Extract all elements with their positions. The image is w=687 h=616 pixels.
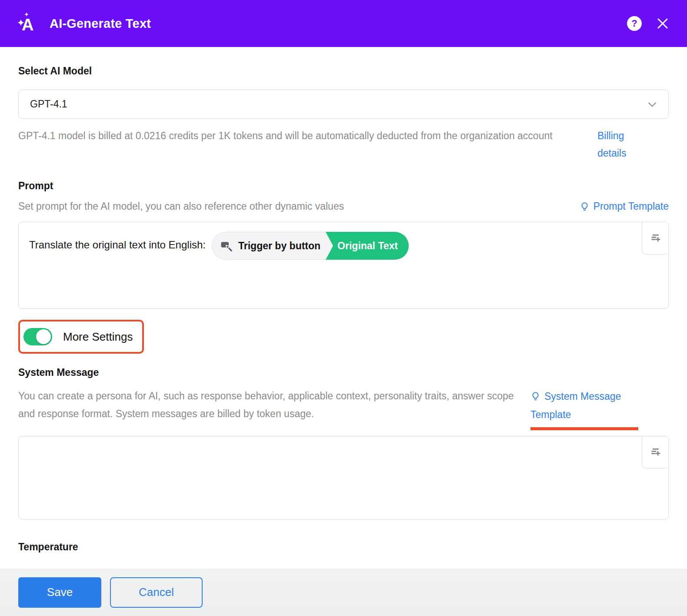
- prompt-editor[interactable]: Translate the original text into English…: [18, 222, 669, 309]
- dialog-footer: Save Cancel: [0, 569, 687, 616]
- tag-arrow-divider: [326, 232, 333, 260]
- cancel-button[interactable]: Cancel: [110, 577, 203, 608]
- insert-variable-button[interactable]: [642, 436, 668, 469]
- ai-model-selected-value: GPT-4.1: [30, 98, 67, 110]
- more-settings-toggle[interactable]: [23, 328, 52, 345]
- save-button[interactable]: Save: [18, 577, 101, 608]
- dialog-body: Select AI Model GPT-4.1 GPT-4.1 model is…: [0, 65, 687, 553]
- system-message-label: System Message: [18, 367, 669, 378]
- lightbulb-icon: [530, 391, 540, 401]
- dialog-header: A AI-Generate Text ?: [0, 0, 687, 47]
- ai-model-select[interactable]: GPT-4.1: [18, 90, 669, 119]
- original-text-tag: Original Text: [326, 232, 409, 260]
- system-message-content[interactable]: [19, 436, 668, 519]
- button-click-cursor-icon: [220, 239, 233, 252]
- billing-note: GPT-4.1 model is billed at 0.0216 credit…: [18, 127, 553, 162]
- more-settings-annotation-box: More Settings: [18, 320, 144, 354]
- prompt-editor-content[interactable]: Translate the original text into English…: [19, 222, 668, 308]
- prompt-variable-tag[interactable]: Trigger by buttonOriginal Text: [212, 232, 409, 260]
- lightbulb-icon: [580, 201, 590, 211]
- more-settings-label: More Settings: [63, 330, 133, 344]
- insert-list-plus-icon: [650, 446, 661, 458]
- ai-sparkle-logo-icon: A: [17, 12, 38, 35]
- billing-details-link[interactable]: Billing details: [597, 127, 637, 162]
- chevron-down-icon: [647, 99, 658, 110]
- system-message-template-link[interactable]: System Message Template: [530, 391, 621, 420]
- temperature-label: Temperature: [18, 541, 669, 553]
- select-ai-model-label: Select AI Model: [18, 65, 669, 77]
- toggle-knob: [36, 329, 51, 344]
- prompt-template-link[interactable]: Prompt Template: [580, 201, 669, 212]
- insert-list-plus-icon: [650, 232, 661, 244]
- system-message-editor[interactable]: [18, 436, 669, 519]
- help-icon[interactable]: ?: [627, 16, 642, 31]
- dialog-title: AI-Generate Text: [50, 17, 151, 31]
- system-message-description: You can create a persona for AI, such as…: [18, 387, 516, 423]
- close-icon[interactable]: [656, 17, 670, 30]
- template-link-annotation-underline: [530, 427, 638, 430]
- prompt-label: Prompt: [18, 180, 669, 192]
- prompt-text: Translate the original text into English…: [29, 239, 206, 251]
- insert-variable-button[interactable]: [642, 222, 668, 254]
- prompt-description: Set prompt for the AI model, you can als…: [18, 201, 344, 212]
- trigger-tag-segment: Trigger by button: [212, 232, 326, 260]
